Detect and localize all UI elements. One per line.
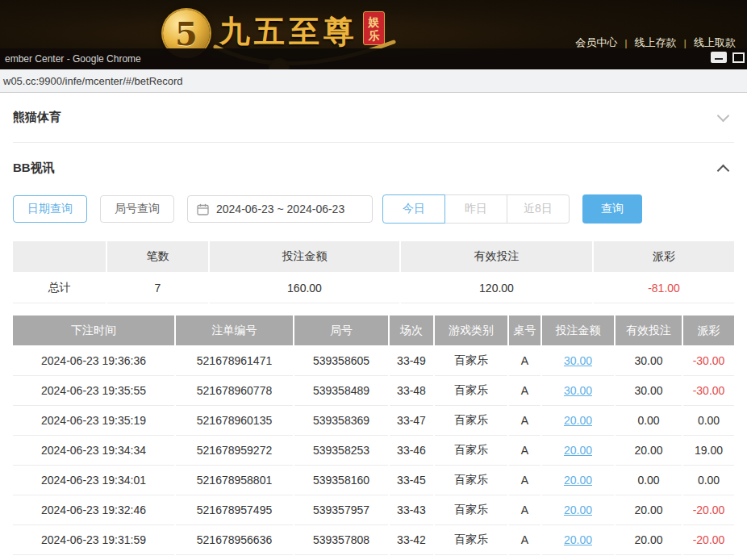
section-panda-sports[interactable]: 熊猫体育 bbox=[13, 93, 734, 143]
separator: | bbox=[684, 37, 686, 49]
chevron-up-icon[interactable] bbox=[717, 164, 730, 177]
table-row: 2024-06-23 19:35:19 521678960135 5393583… bbox=[13, 406, 734, 436]
minimize-button[interactable] bbox=[711, 52, 727, 63]
summary-header-valid: 有效投注 bbox=[401, 241, 592, 272]
cell-bet-time: 2024-06-23 19:36:36 bbox=[13, 346, 174, 376]
cell-bet-time: 2024-06-23 19:32:46 bbox=[13, 495, 174, 525]
summary-total-bet: 160.00 bbox=[210, 274, 399, 303]
cell-round-id: 539358253 bbox=[294, 436, 388, 466]
date-range-value: 2024-06-23 ~ 2024-06-23 bbox=[216, 203, 344, 215]
cell-session: 33-48 bbox=[390, 376, 433, 406]
column-header-round: 局号 bbox=[294, 316, 388, 345]
cell-bet-time: 2024-06-23 19:31:59 bbox=[13, 525, 174, 555]
cell-game-type: 百家乐 bbox=[435, 466, 507, 495]
cell-valid-bet: 0.00 bbox=[616, 466, 682, 495]
quick-range-group: 今日 昨日 近8日 bbox=[382, 194, 570, 224]
cell-valid-bet: 0.00 bbox=[616, 406, 682, 436]
cell-session: 33-42 bbox=[390, 525, 433, 555]
cell-session: 33-43 bbox=[390, 495, 433, 525]
table-row: 2024-06-23 19:32:46 521678957495 5393579… bbox=[13, 495, 734, 525]
cell-table-no: A bbox=[509, 495, 540, 525]
url-text[interactable]: w05.cc:9900/infe/mcenter/#/betRecord bbox=[3, 75, 183, 87]
summary-total-valid: 120.00 bbox=[401, 274, 592, 303]
cell-bet-time: 2024-06-23 19:34:34 bbox=[13, 436, 174, 466]
cell-valid-bet: 20.00 bbox=[616, 525, 682, 555]
summary-header-payout: 派彩 bbox=[594, 241, 734, 272]
cell-order-id: 521678960135 bbox=[176, 406, 293, 436]
cell-valid-bet: 20.00 bbox=[616, 436, 682, 466]
table-header-row: 下注时间 注单编号 局号 场次 游戏类别 桌号 投注金额 有效投注 派彩 bbox=[13, 316, 734, 346]
cell-game-type: 百家乐 bbox=[435, 376, 507, 406]
tab-yesterday[interactable]: 昨日 bbox=[444, 194, 507, 224]
cell-game-type: 百家乐 bbox=[435, 406, 507, 436]
date-range-input[interactable]: 2024-06-23 ~ 2024-06-23 bbox=[187, 195, 373, 223]
cell-round-id: 539357808 bbox=[294, 525, 388, 555]
logo-badge: 娱 乐 bbox=[363, 11, 385, 45]
cell-round-id: 539358369 bbox=[294, 406, 388, 436]
bet-amount-link[interactable]: 20.00 bbox=[542, 436, 614, 466]
cell-table-no: A bbox=[509, 406, 540, 436]
cell-order-id: 521678956636 bbox=[176, 525, 293, 555]
tab-today[interactable]: 今日 bbox=[382, 194, 445, 224]
cell-payout: -20.00 bbox=[683, 525, 734, 555]
cell-order-id: 521678957495 bbox=[176, 495, 293, 525]
logo-title: 九五至尊 bbox=[219, 11, 358, 52]
separator: | bbox=[624, 37, 627, 49]
table-row: 2024-06-23 19:31:59 521678956636 5393578… bbox=[13, 525, 734, 555]
tab-last-8-days[interactable]: 近8日 bbox=[507, 194, 570, 224]
cell-table-no: A bbox=[509, 466, 540, 495]
cell-table-no: A bbox=[509, 525, 540, 555]
cell-bet-time: 2024-06-23 19:35:19 bbox=[13, 406, 174, 436]
search-button[interactable]: 查询 bbox=[582, 194, 642, 224]
address-bar: w05.cc:9900/infe/mcenter/#/betRecord bbox=[0, 69, 747, 93]
cell-game-type: 百家乐 bbox=[435, 495, 507, 525]
summary-header-bet: 投注金额 bbox=[210, 241, 399, 272]
cell-game-type: 百家乐 bbox=[435, 436, 507, 466]
column-header-valid: 有效投注 bbox=[616, 316, 682, 345]
section-bb-video[interactable]: BB视讯 bbox=[13, 143, 734, 193]
cell-order-id: 521678961471 bbox=[176, 346, 293, 376]
filter-bar: 日期查询 局号查询 2024-06-23 ~ 2024-06-23 今日 昨日 … bbox=[13, 194, 734, 224]
round-query-button[interactable]: 局号查询 bbox=[100, 195, 174, 223]
bet-amount-link[interactable]: 30.00 bbox=[542, 376, 614, 406]
logo-badge-char-top: 娱 bbox=[369, 16, 380, 27]
summary-total-count: 7 bbox=[107, 274, 208, 303]
cell-payout: 0.00 bbox=[683, 466, 734, 495]
column-header-game: 游戏类别 bbox=[435, 316, 507, 345]
cell-bet-time: 2024-06-23 19:35:55 bbox=[13, 376, 174, 406]
cell-round-id: 539358160 bbox=[294, 466, 388, 495]
bet-record-table: 下注时间 注单编号 局号 场次 游戏类别 桌号 投注金额 有效投注 派彩 202… bbox=[13, 316, 734, 555]
logo-coin-digit: 5 bbox=[175, 15, 198, 52]
cell-valid-bet: 30.00 bbox=[616, 376, 682, 406]
table-row: 2024-06-23 19:34:34 521678959272 5393582… bbox=[13, 436, 734, 466]
column-header-bet: 投注金额 bbox=[542, 316, 614, 345]
cell-valid-bet: 20.00 bbox=[616, 495, 682, 525]
column-header-session: 场次 bbox=[390, 316, 433, 345]
logo-badge-char-bottom: 乐 bbox=[369, 30, 380, 41]
section-title: BB视讯 bbox=[13, 161, 55, 176]
summary-total-row: 总计 7 160.00 120.00 -81.00 bbox=[13, 274, 734, 303]
table-row: 2024-06-23 19:36:36 521678961471 5393586… bbox=[13, 346, 734, 376]
cell-payout: -30.00 bbox=[683, 376, 734, 406]
maximize-button[interactable] bbox=[732, 52, 745, 63]
column-header-payout: 派彩 bbox=[683, 316, 734, 345]
chevron-down-icon[interactable] bbox=[717, 109, 730, 122]
cell-session: 33-46 bbox=[390, 436, 433, 466]
bet-amount-link[interactable]: 20.00 bbox=[542, 495, 614, 525]
summary-header-row: 笔数 投注金额 有效投注 派彩 bbox=[13, 241, 734, 272]
summary-table: 笔数 投注金额 有效投注 派彩 总计 7 160.00 120.00 -81.0… bbox=[13, 241, 734, 303]
cell-game-type: 百家乐 bbox=[435, 525, 507, 555]
bet-record-page: 熊猫体育 BB视讯 日期查询 局号查询 2024-06-23 ~ 2024-06… bbox=[0, 93, 747, 560]
summary-header-count: 笔数 bbox=[107, 241, 208, 272]
bet-amount-link[interactable]: 20.00 bbox=[542, 406, 614, 436]
summary-total-label: 总计 bbox=[13, 274, 106, 303]
cell-bet-time: 2024-06-23 19:34:01 bbox=[13, 466, 174, 495]
table-row: 2024-06-23 19:35:55 521678960778 5393584… bbox=[13, 376, 734, 406]
cell-table-no: A bbox=[509, 376, 540, 406]
cell-session: 33-49 bbox=[390, 346, 433, 376]
cell-order-id: 521678958801 bbox=[176, 466, 293, 495]
date-query-button[interactable]: 日期查询 bbox=[13, 195, 87, 223]
bet-amount-link[interactable]: 30.00 bbox=[542, 346, 614, 376]
bet-amount-link[interactable]: 20.00 bbox=[542, 525, 614, 555]
bet-amount-link[interactable]: 20.00 bbox=[542, 466, 614, 495]
